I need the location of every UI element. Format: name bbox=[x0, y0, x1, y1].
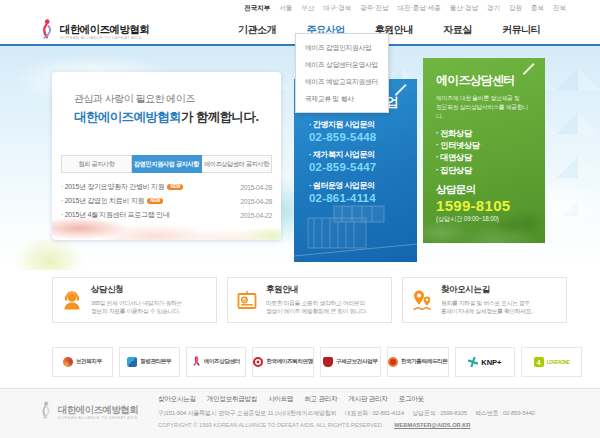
dropdown-item-international[interactable]: 국제교류 및 행사 bbox=[296, 90, 388, 107]
footer-fax: 팩스번호 : 02-859-5440 bbox=[475, 410, 534, 416]
partner-logo-strip: 보건복지부 질병관리본부 에이즈상담센터 한국에이즈퇴치연맹 구세군보건사업부 … bbox=[52, 347, 582, 377]
knp-logo-icon bbox=[468, 353, 478, 371]
region-link[interactable]: 서울 bbox=[279, 4, 292, 13]
copyright-text: COPYRIGHT © 1993 KOREAN ALLIANCE TO DEFE… bbox=[158, 422, 384, 428]
red-ribbon-circle-icon bbox=[388, 357, 398, 367]
logo-text: 대한에이즈예방협회 KOREAN ALLIANCE TO DEFEAT AIDS bbox=[60, 24, 149, 40]
footer-link-logout[interactable]: 로그아웃 bbox=[399, 395, 424, 404]
notice-item[interactable]: · 2015년 감염인 치료비 지원 NEW 2015-04-28 bbox=[61, 194, 272, 208]
footer-info: 찾아오시는길 개인정보취급방침 사이트맵 최고 관리자 게시판 관리자 로그아웃… bbox=[158, 395, 576, 428]
counsel-service-item: · 전화상담 bbox=[436, 127, 532, 139]
support-item-phone: 02-859-5447 bbox=[309, 160, 417, 174]
aids-counsel-panel[interactable]: 에이즈상담센터 에이즈에 대한 올바른 정보제공 및 전문화된 심리상담서비스를… bbox=[423, 58, 545, 243]
notice-date: 2015-04-28 bbox=[240, 198, 272, 205]
region-link[interactable]: 부산 bbox=[301, 4, 314, 13]
footer-address: 우)151-904 서울특별시 관악구 조원중앙로 11 (사)대한에이즈예방협… bbox=[158, 410, 336, 416]
region-link[interactable]: 광주·전남 bbox=[360, 4, 388, 13]
footer-link-privacy[interactable]: 개인정보취급방침 bbox=[207, 395, 257, 404]
partner-aids-counsel-center[interactable]: 에이즈상담센터 bbox=[186, 347, 247, 377]
support-item-label: · 재가복지 사업문의 bbox=[309, 149, 417, 160]
new-badge: NEW bbox=[147, 198, 163, 205]
region-link[interactable]: 충북 bbox=[531, 4, 544, 13]
quick-box-desc: 365일 언제 어디서나 내담자가 원하는 정보와 자료를 이용하실 수 있습니… bbox=[91, 299, 182, 316]
partner-salvation-army[interactable]: 구세군보건사업부 bbox=[320, 347, 381, 377]
footer-link-super-admin[interactable]: 최고 관리자 bbox=[304, 395, 337, 404]
region-link[interactable]: 대구·경북 bbox=[323, 4, 351, 13]
partner-love4one[interactable]: 4 LOVE4ONE bbox=[521, 347, 582, 377]
region-link[interactable]: 전북 bbox=[553, 4, 566, 13]
quick-box-title: 상담신청 bbox=[91, 284, 182, 296]
notice-card: 관심과 사랑이 필요한 에이즈 대한에이즈예방협회가 함께합니다. 협회 공지사… bbox=[52, 72, 281, 240]
region-links: 전국지부 서울 부산 대구·경북 광주·전남 대전·충남·세종 울산·경남 경기… bbox=[244, 4, 566, 13]
support-item-label: · 쉼터운영 사업문의 bbox=[309, 180, 417, 191]
logo[interactable]: 대한에이즈예방협회 KOREAN ALLIANCE TO DEFEAT AIDS bbox=[38, 18, 149, 45]
region-link-all[interactable]: 전국지부 bbox=[244, 4, 270, 13]
quick-box-directions[interactable]: 찾아오시는길 협회를 지하철 및 버스로 오시는 경우 홈페이지내에 상세정보를… bbox=[402, 277, 567, 323]
donation-icon bbox=[228, 288, 266, 312]
footer-brand-name-en: KOREAN ALLIANCE TO DEFEAT AIDS bbox=[58, 415, 138, 420]
dropdown-item-infected-support[interactable]: 에이즈 감염인지원사업 bbox=[296, 39, 388, 56]
quick-box-title: 후원안내 bbox=[266, 284, 367, 296]
footer-link-directions[interactable]: 찾아오시는길 bbox=[158, 395, 196, 404]
tab-infected-support-notice[interactable]: 감염인지원사업 공지사항 bbox=[132, 155, 202, 173]
nav-item-community[interactable]: 커뮤니티 bbox=[502, 23, 540, 37]
partner-catholic-red-ribbon[interactable]: 한국가톨릭레드리본 bbox=[387, 347, 449, 377]
footer-tel: 대표전화 : 02-861-4114 bbox=[345, 410, 404, 416]
notice-title: · 2015년 장기요양환자 간병비 지원 bbox=[61, 182, 164, 192]
partner-knp[interactable]: KNP+ bbox=[455, 347, 516, 377]
quick-box-text: 상담신청 365일 언제 어디서나 내담자가 원하는 정보와 자료를 이용하실 … bbox=[91, 284, 182, 315]
tab-counsel-center-notice[interactable]: 에이즈상담센터 공지사항 bbox=[202, 155, 272, 173]
counsel-panel-title: 에이즈상담센터 bbox=[436, 72, 532, 89]
main-nav: 기관소개 주요사업 후원안내 자료실 커뮤니티 bbox=[238, 23, 540, 37]
footer-link-board-admin[interactable]: 게시판 관리자 bbox=[348, 395, 387, 404]
quick-box-donation[interactable]: 후원안내 따듯한 마음을 소중히 생각하고 여러분의 정성이 에이즈 예방활동에… bbox=[227, 277, 392, 323]
counsel-hours: (상담시간 09:00~18:00) bbox=[436, 215, 532, 224]
kaids-logo-icon bbox=[253, 357, 263, 367]
partner-kaids[interactable]: 한국에이즈퇴치연맹 bbox=[252, 347, 314, 377]
footer-copyright-line: COPYRIGHT © 1993 KOREAN ALLIANCE TO DEFE… bbox=[158, 422, 576, 428]
kcdc-logo-icon bbox=[127, 357, 137, 367]
map-pin-icon bbox=[403, 288, 441, 312]
top-utility-bar: 전국지부 서울 부산 대구·경북 광주·전남 대전·충남·세종 울산·경남 경기… bbox=[0, 0, 600, 15]
red-ribbon-icon bbox=[192, 353, 201, 371]
notice-title: · 2015년 감염인 치료비 지원 bbox=[61, 196, 144, 206]
tab-association-notice[interactable]: 협회 공지사항 bbox=[61, 155, 132, 173]
region-link[interactable]: 강원 bbox=[509, 4, 522, 13]
counsel-panel-desc: 에이즈에 대한 올바른 정보제공 및 전문화된 심리상담서비스를 제공합니다. bbox=[436, 94, 532, 121]
ribbon-logo-gray-icon bbox=[38, 400, 53, 425]
headset-icon bbox=[53, 288, 91, 312]
quick-box-title: 찾아오시는길 bbox=[441, 284, 533, 296]
dropdown-item-counsel-center[interactable]: 에이즈 상담센터운영사업 bbox=[296, 56, 388, 73]
ribbon-logo-icon bbox=[38, 18, 55, 45]
nav-item-about[interactable]: 기관소개 bbox=[238, 23, 276, 37]
footer-logo[interactable]: 대한에이즈예방협회 KOREAN ALLIANCE TO DEFEAT AIDS bbox=[38, 400, 138, 425]
notice-tabs: 협회 공지사항 감염인지원사업 공지사항 에이즈상담센터 공지사항 bbox=[61, 155, 272, 173]
new-badge: NEW bbox=[167, 184, 183, 191]
watercolor-art-decoration bbox=[52, 214, 281, 240]
quick-box-desc: 협회를 지하철 및 버스로 오시는 경우 홈페이지내에 상세정보를 확인하세요. bbox=[441, 299, 533, 316]
counsel-phone-number: 1599-8105 bbox=[436, 197, 532, 214]
nav-item-resources[interactable]: 자료실 bbox=[443, 23, 472, 37]
footer-logo-text: 대한에이즈예방협회 KOREAN ALLIANCE TO DEFEAT AIDS bbox=[58, 405, 138, 420]
love4one-logo-icon: 4 bbox=[534, 357, 544, 367]
quick-box-text: 후원안내 따듯한 마음을 소중히 생각하고 여러분의 정성이 에이즈 예방활동에… bbox=[266, 284, 367, 315]
region-link[interactable]: 대전·충남·세종 bbox=[397, 4, 440, 13]
dropdown-item-education-center[interactable]: 에이즈 예방교육지원센터 bbox=[296, 73, 388, 90]
watercolor-blob bbox=[14, 236, 84, 270]
footer-counsel-phone: 상담문의 : 1599-8105 bbox=[412, 410, 467, 416]
quick-box-text: 찾아오시는길 협회를 지하철 및 버스로 오시는 경우 홈페이지내에 상세정보를… bbox=[441, 284, 533, 315]
counsel-service-item: · 집단상담 bbox=[436, 164, 532, 176]
brand-name-en: KOREAN ALLIANCE TO DEFEAT AIDS bbox=[60, 35, 149, 40]
quick-box-counsel-apply[interactable]: 상담신청 365일 언제 어디서나 내담자가 원하는 정보와 자료를 이용하실 … bbox=[52, 277, 217, 323]
partner-mohw[interactable]: 보건복지부 bbox=[52, 347, 113, 377]
support-item-label: · 간병지원 사업문의 bbox=[309, 119, 417, 130]
counsel-service-list: · 전화상담 · 인터넷상담 · 대면상담 · 집단상담 bbox=[436, 127, 532, 177]
webmaster-email-link[interactable]: WEBMASTER@AIDS.OR.KR bbox=[394, 422, 470, 428]
notice-item[interactable]: · 2015년 장기요양환자 간병비 지원 NEW 2015-04-28 bbox=[61, 180, 272, 194]
footer-link-sitemap[interactable]: 사이트맵 bbox=[268, 395, 293, 404]
support-item-phone: 02-861-4114 bbox=[309, 191, 417, 205]
region-link[interactable]: 울산·경남 bbox=[450, 4, 478, 13]
partner-kcdc[interactable]: 질병관리본부 bbox=[119, 347, 180, 377]
region-link[interactable]: 경기 bbox=[487, 4, 500, 13]
support-item-phone: 02-859-5448 bbox=[309, 130, 417, 144]
